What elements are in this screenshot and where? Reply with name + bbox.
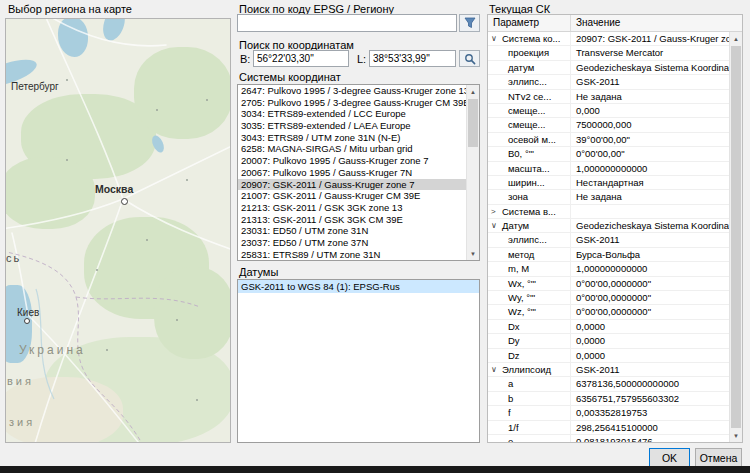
param-name: эллипс... [508, 234, 547, 245]
property-row[interactable]: масшта...1,000000000000 [488, 162, 729, 176]
crs-list-item[interactable]: 21007: GSK-2011 / Gauss-Kruger CM 39E [238, 190, 466, 202]
crs-list-item[interactable]: 6258: MAGNA-SIRGAS / Mitu urban grid [238, 143, 466, 155]
param-value: GSK-2011 [571, 75, 729, 88]
coordinate-search-button[interactable] [459, 50, 480, 67]
property-row[interactable]: >Система в... [488, 205, 729, 219]
town-dot [176, 319, 178, 321]
crs-list-item[interactable]: 23037: ED50 / UTM zone 37N [238, 237, 466, 249]
property-row[interactable]: f0,003352819753 [488, 406, 729, 420]
town-dot [186, 179, 188, 181]
chevron-expanded-icon[interactable]: ∨ [491, 220, 497, 232]
property-row[interactable]: осевой м...39°00'00,00" [488, 133, 729, 147]
properties-scrollbar[interactable]: ▲ ▼ [729, 32, 742, 442]
town-dot [96, 269, 98, 271]
crs-list-item[interactable]: 2705: Pulkovo 1995 / 3-degree Gauss-Krug… [238, 97, 466, 109]
param-value: Бурса-Вольфа [571, 248, 729, 261]
map-label-petersburg: Петербург [11, 81, 59, 92]
crs-list[interactable]: 2647: Pulkovo 1995 / 3-degree Gauss-Krug… [237, 84, 480, 261]
property-row[interactable]: ∨ДатумGeodezicheskaya Sistema Koordinat … [488, 219, 729, 233]
crs-list-item[interactable]: 3043: ETRS89 / UTM zone 31N (N-E) [238, 132, 466, 144]
property-row[interactable]: смеще...0,000 [488, 104, 729, 118]
property-row[interactable]: ∨Система ко...20907: GSK-2011 / Gauss-Kr… [488, 32, 729, 46]
property-row[interactable]: b6356751,757955603302 [488, 392, 729, 406]
chevron-expanded-icon[interactable]: ∨ [491, 364, 497, 376]
value-column-header[interactable]: Значение [571, 15, 620, 31]
map-panel-title: Выбор региона на карте [8, 3, 132, 15]
crs-list-item[interactable]: 21313: GSK-2011 / GSK 3GK CM 39E [238, 214, 466, 226]
town-dot [66, 79, 68, 81]
param-name: m, M [508, 263, 529, 274]
param-value: Geodezicheskaya Sistema Koordinat 2011 [571, 219, 729, 232]
param-value: 0,0000 [571, 334, 729, 347]
scroll-down-arrow-icon[interactable]: ▼ [730, 429, 742, 442]
town-dot [156, 109, 158, 111]
moscow-marker [121, 198, 128, 205]
property-row[interactable]: эллипс...GSK-2011 [488, 75, 729, 89]
crs-list-item[interactable]: 25831: ETRS89 / UTM zone 31N [238, 249, 466, 260]
property-row[interactable]: ширин...Нестандартная [488, 176, 729, 190]
param-name: эллипс... [508, 76, 547, 87]
cancel-button[interactable]: Отмена [695, 448, 742, 467]
crs-list-scrollbar[interactable]: ▲ ▼ [466, 85, 479, 260]
param-name: датум [508, 62, 534, 73]
scroll-up-arrow-icon[interactable]: ▲ [730, 32, 742, 45]
property-row[interactable]: Wz, °'"0°00'00,0000000" [488, 305, 729, 319]
b-coordinate-input[interactable] [253, 50, 349, 67]
property-row[interactable]: m, M1,000000000000 [488, 262, 729, 276]
ok-button[interactable]: OK [649, 448, 690, 467]
crs-list-item[interactable]: 20007: Pulkovo 1995 / Gauss-Kruger zone … [238, 155, 466, 167]
crs-list-item[interactable]: 23031: ED50 / UTM zone 31N [238, 225, 466, 237]
epsg-search-input[interactable] [237, 14, 457, 32]
crs-scrollbar-thumb[interactable] [468, 99, 478, 147]
param-value: Не задана [571, 90, 729, 103]
datum-list-item[interactable]: GSK-2011 to WGS 84 (1): EPSG-Rus [238, 280, 479, 293]
crs-list-item[interactable]: 20067: Pulkovo 1995 / Gauss-Kruger 7N [238, 167, 466, 179]
property-row[interactable]: эллипс...GSK-2011 [488, 233, 729, 247]
property-row[interactable]: датумGeodezicheskaya Sistema Koordinat 2… [488, 61, 729, 75]
param-value: 0,003352819753 [571, 406, 729, 419]
chevron-expanded-icon[interactable]: ∨ [491, 33, 497, 45]
param-name: a [508, 378, 513, 389]
region-map[interactable]: Петербург Москва Киев Украина сь вия зия [5, 18, 231, 443]
param-value: 1,000000000000 [571, 162, 729, 175]
filter-button[interactable] [459, 14, 480, 32]
property-row[interactable]: методБурса-Вольфа [488, 248, 729, 262]
property-row[interactable]: смеще...7500000,000 [488, 118, 729, 132]
bottom-bar [0, 466, 750, 473]
l-coordinate-input[interactable] [369, 50, 456, 67]
chevron-collapsed-icon[interactable]: > [491, 206, 496, 218]
scroll-up-arrow-icon[interactable]: ▲ [467, 85, 479, 98]
param-name: зона [508, 191, 528, 202]
param-value: 0°00'00,0000000" [571, 291, 729, 304]
crs-list-item[interactable]: 3035: ETRS89-extended / LAEA Europe [238, 120, 466, 132]
param-name: Датум [502, 220, 529, 231]
crs-list-item[interactable]: 3034: ETRS89-extended / LCC Europe [238, 108, 466, 120]
property-row[interactable]: ∨ЭллипсоидGSK-2011 [488, 363, 729, 377]
param-column-header[interactable]: Параметр [488, 15, 571, 31]
crs-table-body: ∨Система ко...20907: GSK-2011 / Gauss-Kr… [488, 32, 729, 442]
scroll-down-arrow-icon[interactable]: ▼ [467, 247, 479, 260]
property-row[interactable]: Dz0,0000 [488, 349, 729, 363]
datum-list[interactable]: GSK-2011 to WGS 84 (1): EPSG-Rus [237, 279, 480, 443]
property-row[interactable]: NTv2 се...Не задана [488, 90, 729, 104]
property-row[interactable]: a6378136,500000000000 [488, 377, 729, 391]
map-label-ukraine: Украина [19, 343, 86, 357]
property-row[interactable]: проекцияTransverse Mercator [488, 46, 729, 60]
property-row[interactable]: 1/f298,256415100000 [488, 421, 729, 435]
crs-list-items: 2647: Pulkovo 1995 / 3-degree Gauss-Krug… [238, 85, 466, 260]
crs-list-item[interactable]: 21213: GSK-2011 / GSK 3GK zone 13 [238, 202, 466, 214]
property-row[interactable]: Dy0,0000 [488, 334, 729, 348]
properties-scrollbar-thumb[interactable] [731, 46, 741, 428]
crs-list-item[interactable]: 20907: GSK-2011 / Gauss-Kruger zone 7 [238, 179, 466, 191]
param-value: Не задана [571, 190, 729, 203]
property-row[interactable]: Wx, °'"0°00'00,0000000" [488, 277, 729, 291]
param-value: 39°00'00,00" [571, 133, 729, 146]
param-value: 0°00'00,00" [571, 147, 729, 160]
param-value: 1,000000000000 [571, 262, 729, 275]
property-row[interactable]: зонаНе задана [488, 190, 729, 204]
property-row[interactable]: Dx0,0000 [488, 320, 729, 334]
property-row[interactable]: B0, °'"0°00'00,00" [488, 147, 729, 161]
property-row[interactable]: e0,0818193015476 [488, 435, 729, 442]
property-row[interactable]: Wy, °'"0°00'00,0000000" [488, 291, 729, 305]
crs-list-item[interactable]: 2647: Pulkovo 1995 / 3-degree Gauss-Krug… [238, 85, 466, 97]
